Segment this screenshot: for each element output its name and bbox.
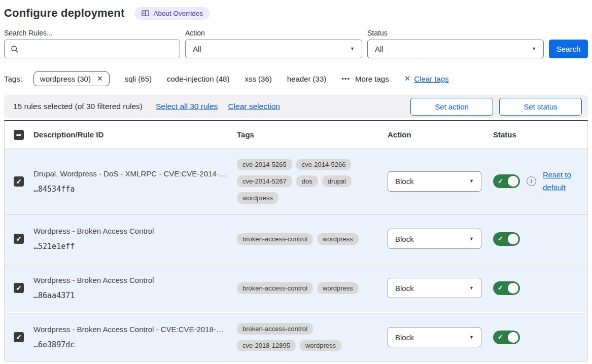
check-icon: ✓ <box>498 333 503 341</box>
clear-tags-label: Clear tags <box>414 75 448 83</box>
rule-action-select[interactable]: Block ▼ <box>388 229 481 249</box>
rule-tag: cve-2014-5266 <box>296 159 352 170</box>
set-status-button[interactable]: Set status <box>499 98 582 116</box>
rule-tag: dos <box>296 175 318 187</box>
search-input[interactable] <box>4 40 180 58</box>
chevron-down-icon: ▼ <box>469 179 474 184</box>
action-filter-value: All <box>193 45 201 53</box>
configure-deployment-page: Configure deployment About Overrides Sea… <box>0 6 592 361</box>
rule-id: …521e1eff <box>33 242 237 251</box>
select-all-rules-link[interactable]: Select all 30 rules <box>156 102 218 111</box>
row-checkbox[interactable]: ✓ <box>14 234 24 244</box>
selected-tag-chip-wordpress[interactable]: wordpress (30) ✕ <box>33 71 110 86</box>
check-icon: ✓ <box>498 177 503 185</box>
rules-table: Description/Rule ID Tags Action Status ✓… <box>4 120 588 361</box>
rule-tag: wordpress <box>317 233 359 245</box>
select-all-checkbox[interactable] <box>14 130 24 140</box>
selection-summary: 15 rules selected (of 30 filtered rules) <box>13 102 143 111</box>
rule-tag: cve-2014-5265 <box>237 159 292 170</box>
check-icon: ✓ <box>498 284 503 292</box>
rule-id: …86aa4371 <box>33 291 237 300</box>
more-tags-label: More tags <box>355 75 389 83</box>
tag-filter-sqli[interactable]: sqli (65) <box>125 75 152 83</box>
tag-filter-header[interactable]: header (33) <box>287 75 327 83</box>
rule-description: Wordpress - Broken Access Control <box>33 276 237 284</box>
rule-description: Drupal, Wordpress - DoS - XMLRPC - CVE:C… <box>33 169 237 178</box>
rule-status-toggle[interactable]: ✓ <box>493 281 520 295</box>
column-header-tags: Tags <box>237 130 388 139</box>
row-checkbox[interactable]: ✓ <box>14 283 24 293</box>
about-overrides-label: About Overrides <box>153 10 203 17</box>
search-button[interactable]: Search <box>549 40 588 58</box>
page-title: Configure deployment <box>4 7 124 20</box>
about-overrides-badge[interactable]: About Overrides <box>134 7 210 20</box>
rule-tag: broken-access-control <box>237 233 313 245</box>
indeterminate-icon <box>16 134 21 136</box>
rule-action-select[interactable]: Block ▼ <box>388 278 481 298</box>
selected-tag-label: wordpress (30) <box>40 75 91 83</box>
table-row: ✓ Wordpress - Broken Access Control …521… <box>5 214 587 263</box>
clear-selection-link[interactable]: Clear selection <box>228 102 280 111</box>
rule-id: …84534ffa <box>33 185 237 194</box>
page-header: Configure deployment About Overrides <box>4 6 588 21</box>
chevron-down-icon: ▼ <box>469 335 474 340</box>
tag-filter-code-injection[interactable]: code-injection (48) <box>167 75 229 83</box>
rule-tag: drupal <box>322 175 352 187</box>
rule-tag: broken-access-control <box>237 323 313 335</box>
row-checkbox[interactable]: ✓ <box>14 332 24 342</box>
rule-status-toggle[interactable]: ✓ <box>493 331 520 344</box>
status-filter-value: All <box>375 45 384 53</box>
toggle-knob <box>508 176 518 187</box>
column-header-status: Status <box>493 130 587 139</box>
tag-filter-xss[interactable]: xss (36) <box>245 75 271 83</box>
toggle-knob <box>508 283 518 294</box>
rule-action-value: Block <box>395 177 414 186</box>
rule-id: …6e3897dc <box>33 340 237 349</box>
rule-tags: broken-access-control cve-2018-12895 wor… <box>237 323 375 351</box>
chevron-down-icon: ▼ <box>532 47 536 51</box>
rule-tags: broken-access-control wordpress <box>237 282 375 294</box>
book-icon <box>142 10 149 17</box>
chevron-down-icon: ▼ <box>469 237 474 241</box>
clear-tags-link[interactable]: ✕ Clear tags <box>404 74 449 83</box>
search-icon <box>11 45 19 53</box>
table-row: ✓ Drupal, Wordpress - DoS - XMLRPC - CVE… <box>5 149 587 213</box>
more-tags-button[interactable]: ••• More tags <box>341 75 389 83</box>
rule-tag: wordpress <box>237 192 278 204</box>
rule-action-select[interactable]: Block ▼ <box>388 327 481 347</box>
rule-action-value: Block <box>395 284 414 293</box>
rule-action-value: Block <box>395 235 414 243</box>
row-checkbox[interactable]: ✓ <box>14 176 24 187</box>
check-icon: ✓ <box>498 235 503 242</box>
table-row: ✓ Wordpress - Broken Access Control - CV… <box>5 313 587 361</box>
rule-status-toggle[interactable]: ✓ <box>493 174 520 188</box>
close-icon: ✕ <box>404 74 411 83</box>
action-filter-select[interactable]: All ▼ <box>185 40 362 58</box>
set-action-button[interactable]: Set action <box>410 98 493 116</box>
toggle-knob <box>508 234 518 244</box>
column-header-action: Action <box>388 130 493 139</box>
rule-description: Wordpress - Broken Access Control <box>33 227 237 235</box>
tags-bar: Tags: wordpress (30) ✕ sqli (65) code-in… <box>4 70 588 87</box>
rule-action-value: Block <box>395 333 414 342</box>
chevron-down-icon: ▼ <box>350 47 355 51</box>
rule-tag: cve-2018-12895 <box>237 340 296 351</box>
rule-status-toggle[interactable]: ✓ <box>493 232 520 246</box>
chevron-down-icon: ▼ <box>469 286 474 290</box>
search-rules-label: Search Rules... <box>4 29 180 37</box>
rule-action-select[interactable]: Block ▼ <box>388 171 481 192</box>
table-row: ✓ Wordpress - Broken Access Control …86a… <box>5 264 587 312</box>
rule-tag: broken-access-control <box>237 282 313 294</box>
status-filter-label: Status <box>367 29 544 37</box>
ellipsis-icon: ••• <box>341 75 350 83</box>
info-icon[interactable]: i <box>527 176 536 186</box>
toggle-knob <box>508 332 518 343</box>
action-filter-label: Action <box>185 29 362 37</box>
filter-row: Search Rules... Action All ▼ Status All … <box>4 29 588 58</box>
reset-to-default-link[interactable]: Reset to default <box>543 169 576 194</box>
remove-tag-icon[interactable]: ✕ <box>97 75 103 83</box>
status-filter-select[interactable]: All ▼ <box>367 40 544 58</box>
selection-bar: 15 rules selected (of 30 filtered rules)… <box>4 95 588 118</box>
rule-tags: broken-access-control wordpress <box>237 233 375 245</box>
rule-tag: cve-2014-5267 <box>237 175 292 187</box>
